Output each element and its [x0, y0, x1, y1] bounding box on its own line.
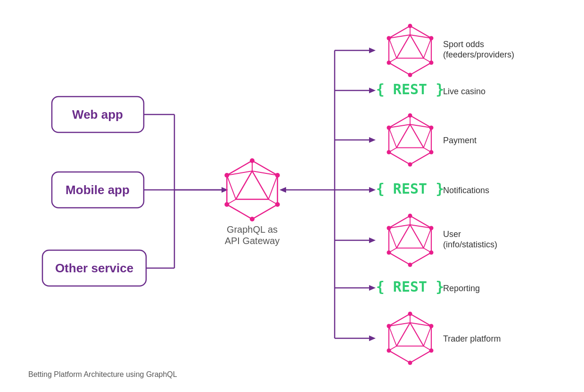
svg-point-82	[408, 214, 412, 218]
svg-line-15	[227, 175, 236, 199]
trader-platform-icon	[387, 312, 434, 365]
payment-label: Payment	[443, 136, 477, 145]
notifications-icon: { REST }	[376, 180, 444, 197]
svg-point-85	[408, 263, 412, 267]
live-casino-label: Live casino	[443, 87, 485, 96]
svg-marker-30	[369, 88, 376, 93]
svg-point-52	[429, 61, 434, 65]
svg-point-23	[224, 173, 229, 178]
svg-marker-74	[396, 225, 423, 248]
svg-point-71	[387, 126, 391, 130]
live-casino-icon: { REST }	[376, 81, 444, 98]
svg-point-68	[429, 150, 434, 155]
diagram-caption: Betting Platform Architecture using Grap…	[28, 370, 177, 379]
svg-point-55	[387, 36, 391, 41]
svg-line-79	[389, 228, 396, 248]
svg-point-66	[408, 114, 412, 118]
trader-platform-label: Trader platform	[443, 334, 501, 343]
user-label2: (info/statistics)	[443, 240, 497, 249]
svg-marker-10	[236, 171, 268, 199]
svg-point-20	[275, 202, 280, 207]
reporting-label: Reporting	[443, 284, 480, 293]
svg-point-87	[387, 226, 391, 230]
notifications-label: Notifications	[443, 186, 489, 195]
svg-line-94	[424, 326, 431, 346]
svg-text:{ REST }: { REST }	[376, 81, 444, 98]
svg-marker-26	[280, 187, 286, 193]
svg-marker-58	[396, 124, 423, 148]
diagram-container: Web app Mobile app Other service	[0, 0, 584, 392]
svg-line-14	[269, 175, 278, 199]
sport-odds-icon	[387, 24, 434, 77]
payment-icon	[387, 114, 434, 167]
svg-point-53	[408, 73, 412, 77]
svg-marker-42	[396, 35, 423, 58]
svg-point-19	[275, 173, 280, 178]
svg-line-46	[424, 38, 431, 58]
svg-marker-38	[369, 285, 376, 291]
svg-line-62	[424, 128, 431, 148]
other-service-label: Other service	[55, 261, 133, 275]
svg-point-84	[429, 251, 434, 255]
svg-line-78	[424, 228, 431, 248]
user-icon	[387, 214, 434, 267]
user-label1: User	[443, 229, 461, 239]
svg-point-98	[408, 312, 412, 316]
svg-point-103	[387, 324, 391, 328]
gateway-label1: GraphQL as	[227, 224, 278, 235]
gateway-label2: API Gateway	[225, 236, 280, 246]
svg-point-102	[387, 349, 391, 353]
svg-marker-34	[369, 187, 376, 193]
svg-line-95	[389, 326, 396, 346]
svg-point-83	[429, 226, 434, 230]
svg-point-18	[250, 158, 255, 163]
svg-marker-28	[369, 48, 376, 53]
svg-point-67	[429, 126, 434, 130]
svg-point-69	[408, 163, 412, 167]
svg-point-21	[250, 217, 255, 221]
web-app-label: Web app	[72, 107, 123, 122]
svg-point-100	[429, 349, 434, 353]
svg-marker-40	[369, 335, 376, 341]
graphql-gateway-icon	[224, 158, 280, 221]
reporting-icon: { REST }	[376, 278, 444, 295]
svg-point-70	[387, 150, 391, 155]
svg-marker-32	[369, 137, 376, 143]
svg-marker-36	[369, 237, 376, 243]
svg-marker-90	[396, 323, 423, 346]
svg-point-50	[408, 24, 412, 28]
svg-point-22	[224, 202, 229, 207]
svg-text:{ REST }: { REST }	[376, 180, 444, 197]
svg-point-51	[429, 36, 434, 41]
svg-point-99	[429, 324, 434, 328]
svg-point-101	[408, 361, 412, 365]
svg-text:{ REST }: { REST }	[376, 278, 444, 295]
svg-point-54	[387, 61, 391, 65]
mobile-app-label: Mobile app	[66, 183, 130, 197]
sport-odds-label1: Sport odds	[443, 40, 484, 49]
svg-line-63	[389, 128, 396, 148]
svg-point-86	[387, 251, 391, 255]
svg-line-47	[389, 38, 396, 58]
sport-odds-label2: (feeders/providers)	[443, 50, 514, 59]
